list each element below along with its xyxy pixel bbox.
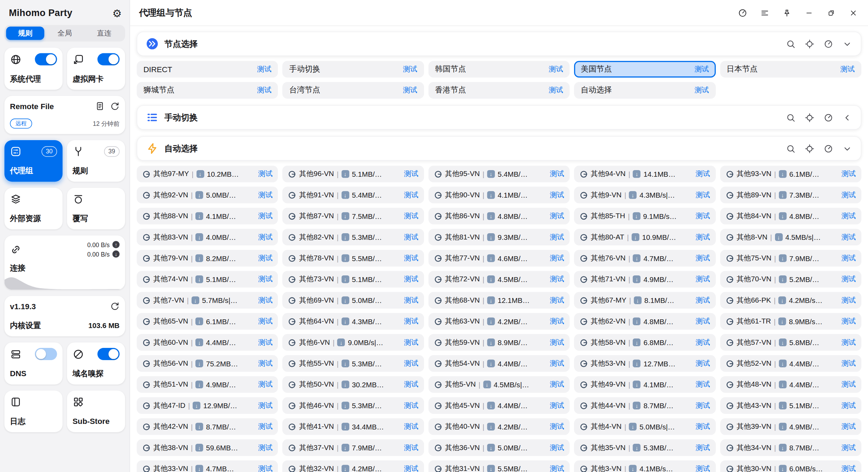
- delay-test-button[interactable]: 测试: [254, 337, 273, 348]
- proxy-node[interactable]: 其他7-VN|↓5.7MB/s|…测试: [137, 292, 278, 309]
- pin-icon[interactable]: [777, 5, 796, 21]
- delay-test-button[interactable]: 测试: [254, 358, 273, 368]
- delay-test-button[interactable]: 测试: [691, 190, 710, 200]
- delay-test-button[interactable]: 测试: [691, 274, 710, 284]
- delay-test-button[interactable]: 测试: [691, 380, 710, 390]
- proxy-node[interactable]: 其他52-VN|↓4.4MB/…测试: [720, 355, 861, 372]
- proxy-node[interactable]: 其他70-VN|↓5.2MB/…测试: [720, 271, 861, 288]
- proxy-node[interactable]: 其他36-VN|↓5.0MB/…测试: [428, 439, 570, 456]
- delay-test-button[interactable]: 测试: [691, 464, 710, 472]
- proxy-node[interactable]: 其他42-VN|↓8.7MB/…测试: [137, 418, 278, 435]
- card-external-resources[interactable]: 外部资源: [5, 188, 63, 229]
- delay-test-button[interactable]: 测试: [400, 253, 418, 263]
- proxy-option[interactable]: 台湾节点测试: [282, 82, 424, 99]
- delay-test-button[interactable]: 测试: [400, 295, 418, 305]
- proxy-node[interactable]: 其他94-VN|↓14.1MB…测试: [574, 166, 715, 182]
- delay-test-button[interactable]: 测试: [837, 464, 856, 472]
- settings-gear-icon[interactable]: ⚙: [113, 8, 122, 18]
- proxy-node[interactable]: 其他39-VN|↓4.9MB/…测试: [720, 418, 861, 435]
- delay-test-button[interactable]: 测试: [837, 421, 856, 432]
- locate-current-node-icon[interactable]: [805, 39, 814, 48]
- delay-test-button[interactable]: 测试: [400, 169, 418, 179]
- delay-test-button[interactable]: 测试: [254, 211, 273, 221]
- proxy-node[interactable]: 其他84-VN|↓4.8MB/…测试: [720, 208, 861, 224]
- card-override[interactable]: 覆写: [67, 188, 125, 229]
- proxy-node[interactable]: 其他89-VN|↓7.3MB/…测试: [720, 187, 861, 204]
- proxy-node[interactable]: 其他83-VN|↓4.0MB/…测试: [137, 229, 278, 245]
- delay-test-button[interactable]: 测试: [691, 401, 710, 411]
- proxy-node[interactable]: 其他71-VN|↓4.9MB/…测试: [574, 271, 715, 288]
- tab-global-mode[interactable]: 全局: [46, 26, 84, 40]
- delay-test-button[interactable]: 测试: [254, 169, 273, 179]
- delay-test-button[interactable]: 测试: [254, 316, 273, 326]
- proxy-node[interactable]: 其他63-VN|↓4.2MB/…测试: [428, 313, 570, 330]
- sider-toggle-icon[interactable]: [755, 5, 774, 21]
- tun-toggle[interactable]: [98, 53, 120, 66]
- proxy-option[interactable]: 美国节点测试: [574, 61, 715, 78]
- delay-test-button[interactable]: 测试: [400, 358, 418, 368]
- proxy-node[interactable]: 其他32-VN|↓4.2MB/…测试: [282, 460, 424, 472]
- delay-test-group-icon[interactable]: [824, 144, 833, 153]
- proxy-option[interactable]: 手动切换测试: [282, 61, 424, 78]
- proxy-node[interactable]: 其他87-VN|↓7.5MB/…测试: [282, 208, 424, 224]
- proxy-node[interactable]: 其他50-VN|↓30.2MB…测试: [282, 376, 424, 393]
- delay-test-group-icon[interactable]: [824, 39, 833, 48]
- chevron-down-icon[interactable]: [843, 144, 852, 153]
- delay-test-button[interactable]: 测试: [837, 232, 856, 242]
- profile-refresh-icon[interactable]: [110, 101, 119, 111]
- delay-test-button[interactable]: 测试: [254, 274, 273, 284]
- card-rules[interactable]: 39 规则: [67, 140, 125, 182]
- delay-test-group-icon[interactable]: [824, 113, 833, 122]
- delay-test-button[interactable]: 测试: [691, 421, 710, 432]
- proxy-node[interactable]: 其他80-AT|↓10.9MB/…测试: [574, 229, 715, 245]
- proxy-node[interactable]: 其他65-VN|↓6.1MB/…测试: [137, 313, 278, 330]
- delay-test-button[interactable]: 测试: [398, 64, 417, 74]
- proxy-node[interactable]: 其他78-VN|↓5.5MB/…测试: [282, 250, 424, 267]
- delay-test-button[interactable]: 测试: [253, 64, 271, 74]
- proxy-node[interactable]: 其他58-VN|↓6.8MB/…测试: [574, 334, 715, 351]
- delay-test-button[interactable]: 测试: [545, 253, 564, 263]
- proxy-node[interactable]: 其他9-VN|↓4.3MB/s|…测试: [574, 187, 715, 204]
- proxy-node[interactable]: 其他6-VN|↓9.0MB/s|…测试: [282, 334, 424, 351]
- delay-test-button[interactable]: 测试: [837, 253, 856, 263]
- proxy-option[interactable]: 日本节点测试: [720, 61, 861, 78]
- card-tun[interactable]: 虚拟网卡: [67, 48, 125, 90]
- delay-test-button[interactable]: 测试: [400, 421, 418, 432]
- proxy-node[interactable]: 其他8-VN|↓4.5MB/s|…测试: [720, 229, 861, 245]
- proxy-node[interactable]: 其他88-VN|↓4.1MB/…测试: [137, 208, 278, 224]
- proxy-node[interactable]: 其他45-VN|↓4.4MB/…测试: [428, 397, 570, 414]
- proxy-node[interactable]: 其他41-VN|↓34.4MB…测试: [282, 418, 424, 435]
- delay-test-button[interactable]: 测试: [545, 401, 564, 411]
- delay-test-button[interactable]: 测试: [545, 337, 564, 348]
- delay-test-button[interactable]: 测试: [400, 464, 418, 472]
- proxy-node[interactable]: 其他37-VN|↓7.9MB/…测试: [282, 439, 424, 456]
- tab-direct-mode[interactable]: 直连: [85, 26, 123, 40]
- delay-test-button[interactable]: 测试: [691, 337, 710, 348]
- delay-test-button[interactable]: 测试: [545, 169, 564, 179]
- chevron-down-icon[interactable]: [843, 39, 852, 48]
- sniff-toggle[interactable]: [98, 348, 120, 360]
- delay-test-button[interactable]: 测试: [691, 211, 710, 221]
- delay-test-button[interactable]: 测试: [254, 464, 273, 472]
- proxy-node[interactable]: 其他75-VN|↓7.9MB/…测试: [720, 250, 861, 267]
- proxy-node[interactable]: 其他3-VN|↓4.1MB/s…测试: [574, 460, 715, 472]
- maximize-button[interactable]: [822, 5, 840, 21]
- delay-test-button[interactable]: 测试: [254, 380, 273, 390]
- card-profile[interactable]: Remote File 远程 12 分钟前: [5, 96, 125, 134]
- delay-test-button[interactable]: 测试: [545, 380, 564, 390]
- search-icon[interactable]: [786, 113, 796, 122]
- proxy-groups-scroll-area[interactable]: 节点选择DIRECT测试手动切换测试韩国节点测试美国节点测试日本节点测试狮城节点…: [130, 26, 868, 472]
- locate-current-node-icon[interactable]: [805, 113, 814, 122]
- delay-test-button[interactable]: 测试: [400, 232, 418, 242]
- delay-test-button[interactable]: 测试: [400, 443, 418, 453]
- delay-test-button[interactable]: 测试: [837, 211, 856, 221]
- delay-test-button[interactable]: 测试: [544, 64, 563, 74]
- proxy-node[interactable]: 其他47-ID|↓12.9MB/…测试: [137, 397, 278, 414]
- chevron-left-icon[interactable]: [843, 113, 852, 122]
- delay-test-button[interactable]: 测试: [837, 316, 856, 326]
- card-logs[interactable]: 日志: [5, 390, 63, 432]
- delay-test-button[interactable]: 测试: [254, 190, 273, 200]
- delay-test-button[interactable]: 测试: [545, 190, 564, 200]
- delay-test-button[interactable]: 测试: [545, 421, 564, 432]
- proxy-node[interactable]: 其他76-VN|↓4.7MB/…测试: [574, 250, 715, 267]
